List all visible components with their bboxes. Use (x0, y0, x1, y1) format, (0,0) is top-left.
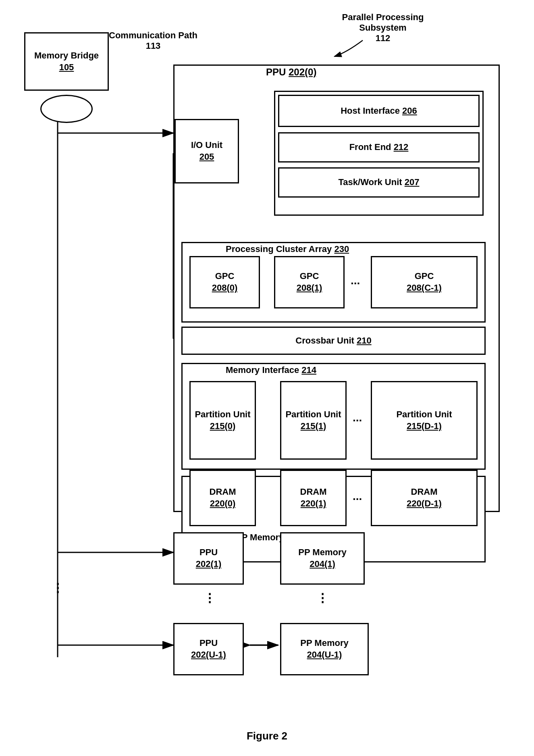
pp-mem1-label: PP Memory 204(1) (298, 547, 346, 570)
gpc1-label: GPC 208(1) (297, 271, 322, 294)
partN-label: Partition Unit 215(D-1) (396, 409, 452, 432)
gpc-dots: ... (351, 274, 360, 287)
memory-bridge-label: Memory Bridge 105 (34, 50, 99, 73)
memory-bridge-box: Memory Bridge 105 (24, 32, 109, 91)
ppu1-box: PPU 202(1) (173, 532, 244, 585)
task-work-box: Task/Work Unit 207 (278, 167, 480, 198)
part0-box: Partition Unit 215(0) (189, 381, 256, 460)
partition-dots: ... (353, 411, 362, 424)
pp-memN-box: PP Memory 204(U-1) (280, 623, 369, 675)
part1-box: Partition Unit 215(1) (280, 381, 347, 460)
dram-dots: ... (353, 490, 362, 503)
front-end-box: Front End 212 (278, 132, 480, 162)
pca-label: Processing Cluster Array 230 (226, 244, 349, 254)
dramN-label: DRAM 220(D-1) (407, 486, 442, 509)
pp-mem1-box: PP Memory 204(1) (280, 532, 365, 585)
dram1-label: DRAM 220(1) (300, 486, 327, 509)
io-unit-box: I/O Unit 205 (175, 119, 239, 183)
part0-label: Partition Unit 215(0) (195, 409, 250, 432)
ppuN-label: PPU 202(U-1) (191, 637, 226, 660)
ppmem1-dots: ⋮ (316, 591, 328, 605)
dram0-label: DRAM 220(0) (210, 486, 236, 509)
crossbar-label: Crossbar Unit 210 (295, 335, 371, 347)
gpc0-label: GPC 208(0) (212, 271, 238, 294)
host-interface-label: Host Interface 206 (341, 105, 417, 117)
left-dots1: ⋮ (52, 581, 64, 595)
part1-label: Partition Unit 215(1) (285, 409, 341, 432)
gpcN-label: GPC 208(C-1) (407, 271, 442, 294)
io-unit-label: I/O Unit 205 (191, 140, 222, 162)
crossbar-box: Crossbar Unit 210 (181, 327, 486, 355)
task-work-label: Task/Work Unit 207 (339, 177, 420, 188)
front-end-label: Front End 212 (349, 142, 409, 153)
ppu0-label: PPU 202(0) (266, 67, 316, 78)
gpcN-box: GPC 208(C-1) (371, 256, 478, 308)
dram0-box: DRAM 220(0) (189, 470, 256, 526)
figure-caption: Figure 2 (0, 730, 534, 740)
diagram: Memory Bridge 105 Communication Path 113… (0, 0, 534, 756)
gpc0-box: GPC 208(0) (189, 256, 260, 308)
mem-interface-label: Memory Interface 214 (226, 365, 316, 375)
host-interface-box: Host Interface 206 (278, 95, 480, 127)
dram1-box: DRAM 220(1) (280, 470, 347, 526)
ellipse-icon (40, 95, 93, 123)
comm-path-label: Communication Path 113 (109, 30, 197, 51)
ppuN-box: PPU 202(U-1) (173, 623, 244, 675)
ppu1-dots: ⋮ (204, 591, 216, 605)
dramN-box: DRAM 220(D-1) (371, 470, 478, 526)
ppu1-label: PPU 202(1) (196, 547, 222, 570)
pp-memN-label: PP Memory 204(U-1) (300, 637, 348, 660)
partN-box: Partition Unit 215(D-1) (371, 381, 478, 460)
pps-arrow (330, 36, 371, 60)
gpc1-box: GPC 208(1) (274, 256, 345, 308)
